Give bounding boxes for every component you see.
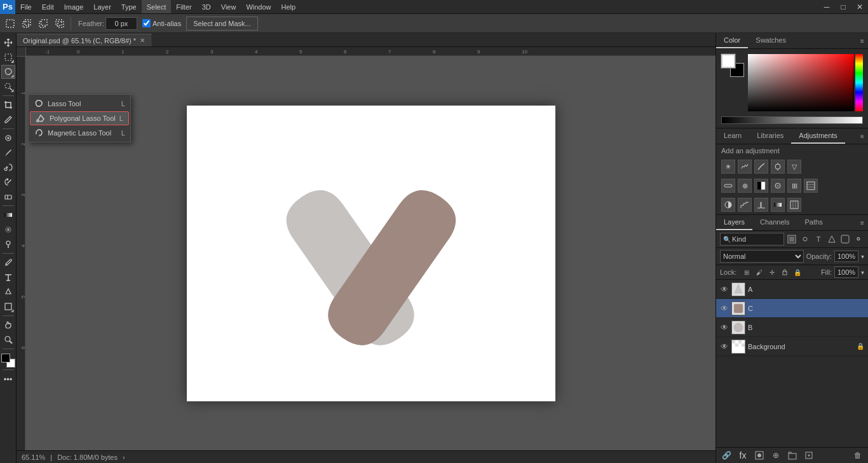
menu-select[interactable]: Select — [142, 0, 172, 13]
menu-help[interactable]: Help — [276, 0, 301, 13]
menu-filter[interactable]: Filter — [171, 0, 196, 13]
add-style-btn[interactable]: fx — [736, 450, 749, 461]
adj-curves[interactable] — [754, 160, 768, 174]
tab-learn[interactable]: Learn — [716, 128, 749, 144]
quick-select-tool[interactable]: ◢ — [1, 79, 15, 93]
more-tools-btn[interactable]: ••• — [1, 372, 15, 386]
tab-swatches[interactable]: Swatches — [748, 33, 794, 48]
filter-type-icon[interactable]: T — [813, 233, 824, 245]
adj-color-balance[interactable]: ⊕ — [738, 179, 752, 193]
layer-filter-toggle[interactable]: ⚬ — [853, 233, 864, 245]
filter-pixel-icon[interactable] — [786, 233, 797, 245]
menu-3d[interactable]: 3D — [197, 0, 216, 13]
rectangular-marquee-tool[interactable]: ◢ ◢ — [1, 50, 15, 64]
foreground-color-box[interactable] — [721, 54, 735, 68]
status-arrow[interactable]: › — [123, 453, 125, 461]
document-tab[interactable]: Original.psd @ 65.1% (C, RGB/8#) * ✕ — [17, 34, 152, 46]
new-layer-btn[interactable] — [803, 450, 815, 461]
minimize-button[interactable]: ─ — [818, 0, 835, 14]
lasso-tool[interactable]: ◢ — [1, 65, 15, 79]
add-mask-btn[interactable] — [753, 450, 766, 461]
foreground-color-swatch[interactable] — [1, 354, 10, 363]
tab-layers[interactable]: Layers — [716, 215, 752, 230]
gradient-tool[interactable] — [1, 208, 15, 222]
opacity-input[interactable] — [834, 251, 858, 262]
filter-adjust-icon[interactable] — [799, 233, 811, 245]
color-swatches[interactable] — [1, 354, 15, 368]
pen-tool[interactable] — [1, 256, 15, 270]
opacity-dropdown-icon[interactable]: ▾ — [861, 253, 864, 260]
layer-visibility-b[interactable]: 👁 — [720, 323, 729, 332]
adj-brightness-contrast[interactable]: ☀ — [721, 160, 735, 174]
add-selection-btn[interactable] — [19, 16, 34, 31]
antialias-checkbox[interactable] — [142, 19, 151, 27]
filter-shape-icon[interactable] — [826, 233, 837, 245]
lock-artboard-btn[interactable] — [780, 267, 790, 277]
adj-gradient-map[interactable] — [771, 198, 785, 212]
layer-visibility-c[interactable]: 👁 — [720, 304, 729, 313]
layer-kind-filter[interactable]: 🔍 Kind — [720, 233, 784, 245]
color-gradient-container[interactable] — [748, 54, 863, 111]
menu-image[interactable]: Image — [59, 0, 89, 13]
filter-smart-icon[interactable] — [839, 233, 851, 245]
move-tool[interactable] — [1, 36, 15, 50]
document-close-btn[interactable]: ✕ — [140, 37, 145, 44]
tab-libraries[interactable]: Libraries — [749, 128, 791, 144]
popup-lasso-tool[interactable]: Lasso Tool L — [29, 97, 130, 111]
blend-mode-select[interactable]: Normal Multiply Screen Overlay — [720, 250, 804, 263]
lock-image-btn[interactable]: 🖌 — [754, 267, 764, 277]
adj-bw[interactable] — [754, 179, 768, 193]
menu-edit[interactable]: Edit — [37, 0, 59, 13]
lock-position-btn[interactable]: ✛ — [767, 267, 777, 277]
history-brush-tool[interactable] — [1, 175, 15, 189]
link-layers-btn[interactable]: 🔗 — [720, 450, 733, 461]
brush-tool[interactable] — [1, 146, 15, 160]
document-canvas[interactable] — [187, 106, 555, 401]
new-group-btn[interactable] — [786, 450, 799, 461]
tab-color[interactable]: Color — [716, 33, 748, 48]
menu-file[interactable]: File — [15, 0, 37, 13]
crop-tool[interactable] — [1, 98, 15, 112]
adj-hue-sat[interactable] — [721, 179, 735, 193]
color-gradient[interactable] — [748, 54, 854, 111]
delete-layer-btn[interactable]: 🗑 — [851, 450, 864, 461]
hand-tool[interactable] — [1, 318, 15, 332]
adj-selective-color[interactable] — [787, 198, 801, 212]
adj-channel-mixer[interactable]: ⊞ — [787, 179, 801, 193]
close-button[interactable]: ✕ — [851, 0, 868, 14]
intersect-selection-btn[interactable] — [52, 16, 67, 31]
layer-visibility-a[interactable]: 👁 — [720, 285, 729, 294]
artwork-canvas[interactable] — [187, 106, 555, 401]
text-tool[interactable] — [1, 270, 15, 284]
color-panel-collapse-btn[interactable]: ≡ — [857, 33, 868, 48]
tab-paths[interactable]: Paths — [797, 215, 831, 230]
healing-brush-tool[interactable] — [1, 131, 15, 145]
blur-tool[interactable] — [1, 223, 15, 237]
feather-input[interactable] — [105, 17, 137, 30]
adj-threshold[interactable] — [754, 198, 768, 212]
menu-type[interactable]: Type — [116, 0, 142, 13]
adj-vibrance[interactable]: ▽ — [787, 160, 801, 174]
layer-item-background[interactable]: 👁 Background 🔒 — [716, 337, 868, 356]
color-hue-slider[interactable] — [855, 54, 863, 111]
new-selection-btn[interactable] — [3, 16, 18, 31]
shape-tool[interactable]: ◢ — [1, 300, 15, 314]
menu-view[interactable]: View — [216, 0, 241, 13]
adj-levels[interactable] — [738, 160, 752, 174]
eraser-tool[interactable] — [1, 190, 15, 204]
adj-color-lookup[interactable] — [804, 179, 818, 193]
tab-channels[interactable]: Channels — [752, 215, 797, 230]
layer-item-b[interactable]: 👁 B — [716, 318, 868, 337]
adj-photo-filter[interactable] — [771, 179, 785, 193]
fill-input[interactable] — [834, 266, 858, 278]
popup-polygonal-lasso-tool[interactable]: Polygonal Lasso Tool L — [30, 111, 129, 125]
menu-window[interactable]: Window — [241, 0, 276, 13]
layer-item-c[interactable]: 👁 C — [716, 299, 868, 318]
layers-panel-collapse-btn[interactable]: ≡ — [857, 215, 868, 230]
adj-invert[interactable] — [721, 198, 735, 212]
menu-layer[interactable]: Layer — [88, 0, 116, 13]
eyedropper-tool[interactable] — [1, 113, 15, 127]
adj-posterize[interactable] — [738, 198, 752, 212]
tab-adjustments[interactable]: Adjustments — [791, 128, 845, 144]
path-selection-tool[interactable] — [1, 285, 15, 299]
